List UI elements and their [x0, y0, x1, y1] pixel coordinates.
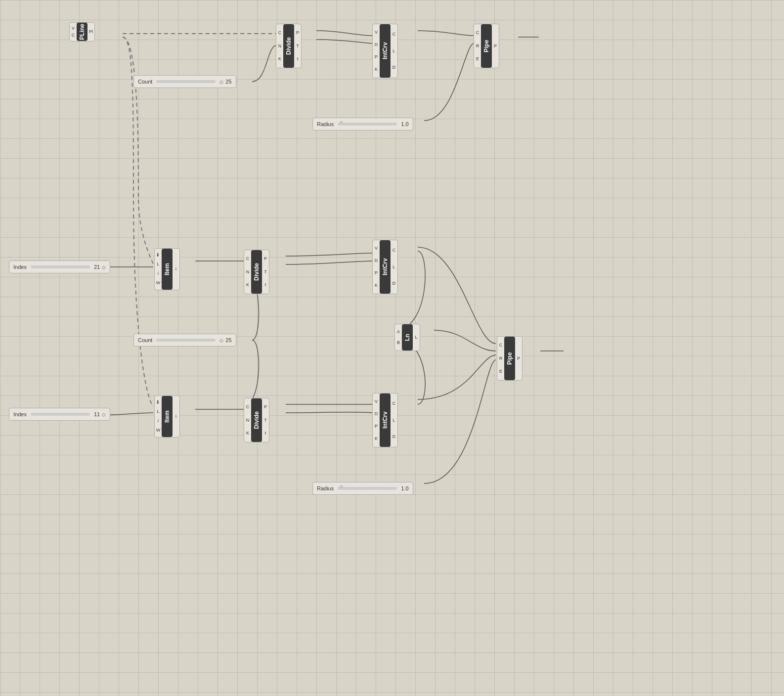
pipe-top-node[interactable]: C R E Pipe P — [474, 24, 499, 68]
pline-port-pl: Pl — [88, 29, 93, 35]
ln-node[interactable]: A B Ln L — [394, 324, 420, 351]
divide-bot-port-n: N — [245, 417, 250, 424]
ln-label: Ln — [402, 324, 413, 350]
index-bot-slider[interactable]: Index 11 ◇ — [9, 408, 110, 421]
radius-bot-slider[interactable]: Radius ○ 1.0 — [312, 482, 413, 495]
pline-label: PLine — [77, 23, 87, 41]
index-mid-slider[interactable]: Index 21 ◇ — [9, 261, 110, 273]
item-bot-node[interactable]: ⬇ L i W Item i — [154, 395, 180, 437]
radius-bot-track[interactable]: ○ — [338, 487, 397, 490]
divide-bot-port-k: K — [245, 430, 250, 436]
intcrv-bot-port-c: C — [392, 400, 396, 407]
count-bot-diamond: ◇ — [219, 338, 223, 343]
item-bot-label: Item — [162, 396, 173, 437]
intcrv-top-port-k: K — [374, 66, 379, 73]
intcrv-top-port-l: L — [392, 48, 396, 54]
divide-top-port-p: P — [295, 30, 300, 36]
index-bot-label: Index — [13, 411, 27, 417]
divide-bot-port-c: C — [245, 404, 250, 410]
intcrv-bot-port-d2: D — [392, 434, 396, 440]
divide-mid-node[interactable]: C N K Divide P T t — [244, 250, 269, 294]
divide-top-node[interactable]: C N K Divide P T t — [276, 24, 302, 68]
item-mid-label: Item — [162, 249, 173, 290]
divide-bot-node[interactable]: C N K Divide P T t — [244, 398, 269, 442]
radius-top-slider[interactable]: Radius ○ 1.0 — [312, 118, 413, 130]
intcrv-mid-port-d: D — [374, 258, 379, 264]
ln-port-l: L — [414, 334, 419, 341]
item-mid-port-l: L — [156, 261, 161, 267]
item-mid-node[interactable]: ⬇ L i W Item i — [154, 248, 180, 290]
intcrv-mid-label: IntCrv — [380, 240, 391, 294]
intcrv-bot-port-d: D — [374, 411, 379, 417]
pipe-mid-node[interactable]: C R E Pipe P — [497, 336, 523, 381]
intcrv-top-port-d2: D — [392, 64, 396, 71]
item-mid-port-i: i — [156, 270, 161, 277]
divide-top-port-c-in: C — [277, 30, 282, 36]
count-top-track[interactable] — [156, 80, 216, 83]
item-bot-port-i: i — [156, 418, 161, 424]
intcrv-top-port-d: D — [374, 42, 379, 48]
divide-mid-port-k: K — [245, 282, 250, 288]
count-top-label: Count — [138, 79, 152, 85]
intcrv-bot-port-k: K — [374, 435, 379, 442]
intcrv-top-port-c: C — [392, 31, 396, 38]
index-mid-track[interactable] — [31, 265, 90, 268]
pipe-top-port-r: R — [475, 43, 480, 49]
divide-mid-port-n: N — [245, 269, 250, 275]
divide-bot-port-p: P — [263, 404, 268, 410]
pipe-top-port-e: E — [475, 56, 480, 62]
pline-port-v: V — [71, 25, 76, 32]
count-top-value: 25 — [225, 79, 231, 85]
intcrv-bot-node[interactable]: V D P K IntCrv C L D — [372, 393, 398, 447]
pline-node[interactable]: V C PLine Pl — [69, 22, 95, 42]
count-bot-slider[interactable]: Count ◇ 25 — [133, 334, 236, 347]
count-bot-track[interactable] — [156, 339, 216, 342]
index-mid-diamond: ◇ — [102, 264, 106, 270]
divide-top-port-k: K — [277, 56, 282, 62]
radius-bot-label: Radius — [317, 485, 334, 491]
connections-layer — [0, 0, 784, 696]
pipe-top-port-c: C — [475, 30, 480, 36]
intcrv-top-port-p: P — [374, 54, 379, 60]
intcrv-mid-port-v: V — [374, 245, 379, 252]
intcrv-top-node[interactable]: V D P K IntCrv C L D — [372, 24, 398, 78]
radius-bot-value: 1.0 — [401, 485, 408, 491]
divide-mid-port-t: T — [263, 269, 268, 275]
pline-port-c: C — [71, 32, 76, 39]
item-mid-port-w: W — [156, 280, 161, 286]
intcrv-bot-port-l: L — [392, 417, 396, 424]
intcrv-mid-node[interactable]: V D P K IntCrv C L D — [372, 240, 398, 294]
divide-mid-port-t2: t — [263, 282, 268, 288]
pipe-mid-port-p: P — [516, 355, 521, 362]
intcrv-mid-port-k: K — [374, 282, 379, 289]
intcrv-mid-port-c: C — [392, 247, 396, 254]
divide-top-port-t2: t — [295, 56, 300, 62]
index-mid-label: Index — [13, 264, 27, 270]
item-bot-port-i-out: i — [174, 413, 178, 420]
divide-top-port-t: T — [295, 43, 300, 49]
canvas: V C PLine Pl C N K Divide P T t V D P K … — [0, 0, 784, 696]
count-top-slider[interactable]: Count ◇ 25 — [133, 75, 236, 88]
item-bot-port-w: W — [156, 427, 161, 434]
radius-top-track[interactable]: ○ — [338, 123, 397, 126]
count-bot-value: 25 — [225, 337, 231, 343]
pipe-mid-port-r: R — [498, 355, 503, 362]
radius-top-label: Radius — [317, 121, 334, 127]
index-bot-diamond: ◇ — [102, 412, 106, 417]
pipe-top-port-p: P — [493, 43, 498, 49]
divide-mid-label: Divide — [251, 250, 262, 294]
divide-top-port-n: N — [277, 43, 282, 49]
index-bot-track[interactable] — [31, 413, 90, 416]
intcrv-top-label: IntCrv — [380, 24, 391, 78]
intcrv-mid-port-d2: D — [392, 280, 396, 287]
item-bot-port-l: L — [156, 408, 161, 415]
pipe-mid-port-e: E — [498, 368, 503, 375]
intcrv-mid-port-p: P — [374, 270, 379, 276]
divide-bot-port-t2: t — [263, 430, 268, 436]
divide-mid-port-p: P — [263, 256, 268, 262]
ln-port-b: B — [396, 340, 401, 346]
pipe-mid-label: Pipe — [504, 337, 515, 380]
index-mid-value: 21 — [94, 264, 100, 270]
intcrv-top-port-v: V — [374, 29, 379, 36]
intcrv-bot-label: IntCrv — [380, 393, 391, 447]
